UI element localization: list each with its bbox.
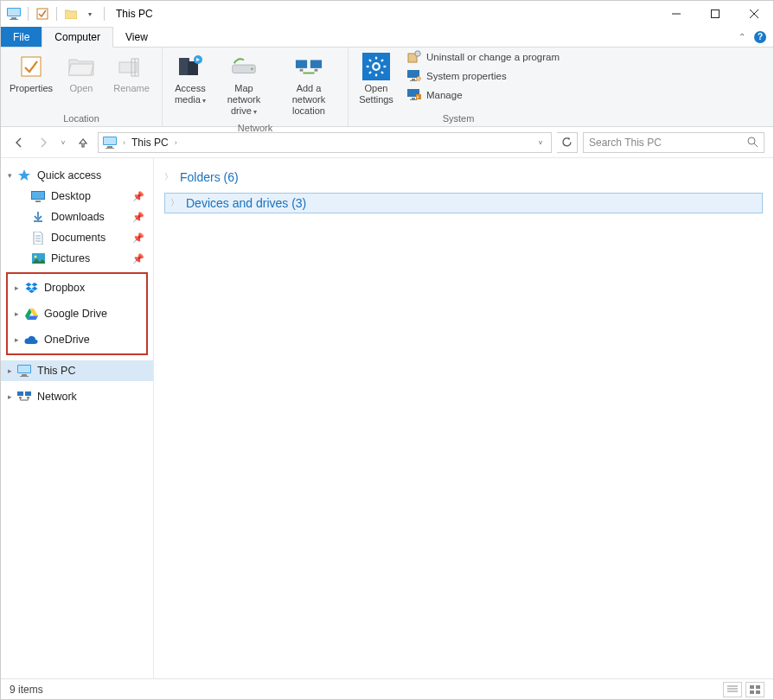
svg-rect-51 xyxy=(35,200,41,202)
nav-dropbox[interactable]: ▸ Dropbox xyxy=(8,277,146,298)
google-drive-icon xyxy=(23,307,39,321)
chevron-right-icon[interactable]: 〉 xyxy=(164,171,173,183)
tab-view[interactable]: View xyxy=(113,27,160,47)
close-button[interactable] xyxy=(734,1,773,27)
svg-rect-73 xyxy=(756,685,760,689)
svg-rect-62 xyxy=(17,391,23,396)
uninstall-icon xyxy=(407,50,421,64)
nav-pictures[interactable]: Pictures 📌 xyxy=(1,248,153,269)
group-devices[interactable]: 〉 Devices and drives (3) xyxy=(164,193,763,213)
svg-rect-74 xyxy=(750,690,754,694)
svg-point-34 xyxy=(415,51,420,56)
refresh-button[interactable] xyxy=(557,132,578,153)
onedrive-icon xyxy=(23,333,39,347)
quick-access-icon xyxy=(16,169,32,182)
nav-network[interactable]: ▸ Network xyxy=(1,386,153,407)
chevron-right-icon[interactable]: ▸ xyxy=(15,309,23,318)
content-pane: 〉 Folders (6) 〉 Devices and drives (3) xyxy=(154,158,773,678)
window-title: This PC xyxy=(116,8,153,20)
help-icon[interactable]: ? xyxy=(754,31,766,43)
recent-locations-button[interactable]: v xyxy=(58,133,68,152)
group-folders[interactable]: 〉 Folders (6) xyxy=(164,167,763,188)
pin-icon: 📌 xyxy=(132,191,144,202)
svg-rect-63 xyxy=(25,391,31,396)
open-button[interactable]: Open xyxy=(56,49,106,98)
svg-rect-61 xyxy=(20,376,29,377)
svg-rect-3 xyxy=(10,19,18,20)
svg-rect-59 xyxy=(18,366,30,372)
svg-rect-18 xyxy=(296,60,307,67)
svg-point-47 xyxy=(748,137,755,144)
svg-rect-36 xyxy=(412,79,415,80)
chevron-down-icon[interactable]: ▾ xyxy=(8,171,16,180)
up-button[interactable] xyxy=(74,133,93,152)
ribbon-group-system: Open Settings Uninstall or change a prog… xyxy=(349,48,568,126)
back-button[interactable] xyxy=(10,133,29,152)
svg-rect-65 xyxy=(27,397,29,398)
tab-file[interactable]: File xyxy=(1,27,42,47)
nav-documents[interactable]: Documents 📌 xyxy=(1,227,153,248)
svg-rect-4 xyxy=(37,9,48,19)
svg-rect-20 xyxy=(300,69,304,72)
open-settings-button[interactable]: Open Settings xyxy=(354,49,399,109)
view-icons-button[interactable] xyxy=(745,682,764,697)
ribbon: Properties Open Rename Location xyxy=(1,48,773,127)
ribbon-group-label: Location xyxy=(6,111,157,126)
view-details-button[interactable] xyxy=(723,682,742,697)
qat-properties-icon[interactable] xyxy=(35,6,50,22)
nav-desktop[interactable]: Desktop 📌 xyxy=(1,186,153,207)
ribbon-collapse-icon[interactable]: ⌃ xyxy=(739,32,745,41)
properties-button[interactable]: Properties xyxy=(6,49,56,98)
svg-rect-41 xyxy=(410,99,417,100)
minimize-button[interactable] xyxy=(656,1,695,27)
tab-computer[interactable]: Computer xyxy=(42,27,113,48)
access-media-icon xyxy=(176,53,204,80)
dropbox-icon xyxy=(23,281,39,295)
svg-rect-50 xyxy=(32,192,44,199)
chevron-right-icon[interactable]: ▸ xyxy=(15,335,23,344)
add-location-button[interactable]: Add a network location xyxy=(275,49,342,120)
chevron-right-icon[interactable]: ▸ xyxy=(8,366,16,375)
svg-rect-72 xyxy=(750,685,754,689)
nav-onedrive[interactable]: ▸ OneDrive xyxy=(8,329,146,350)
access-media-button[interactable]: Access media xyxy=(168,49,213,110)
uninstall-program-button[interactable]: Uninstall or change a program xyxy=(404,49,563,65)
chevron-right-icon[interactable]: ▸ xyxy=(15,283,23,292)
nav-quick-access[interactable]: ▾ Quick access xyxy=(1,165,153,186)
chevron-right-icon[interactable]: ▸ xyxy=(8,392,16,401)
svg-rect-60 xyxy=(22,374,27,376)
qat-dropdown-icon[interactable]: ▾ xyxy=(82,6,98,22)
map-drive-icon xyxy=(230,53,258,80)
address-dropdown-icon[interactable]: v xyxy=(535,138,546,146)
breadcrumb-sep-icon[interactable]: › xyxy=(121,138,127,147)
address-bar[interactable]: › This PC › v xyxy=(98,132,552,153)
properties-icon xyxy=(17,53,45,80)
system-properties-button[interactable]: System properties xyxy=(404,68,563,84)
svg-rect-44 xyxy=(104,137,116,144)
breadcrumb-sep-icon[interactable]: › xyxy=(173,138,179,147)
manage-button[interactable]: Manage xyxy=(404,87,563,103)
rename-button[interactable]: Rename xyxy=(106,49,157,98)
map-drive-button[interactable]: Map network drive xyxy=(213,49,275,121)
svg-rect-42 xyxy=(416,94,421,99)
search-input[interactable]: Search This PC xyxy=(583,132,764,153)
downloads-icon xyxy=(30,210,46,224)
breadcrumb-current[interactable]: This PC xyxy=(129,137,171,149)
qat-newfolder-icon[interactable] xyxy=(63,6,79,22)
svg-point-57 xyxy=(34,256,36,258)
maximize-button[interactable] xyxy=(695,1,734,27)
svg-rect-1 xyxy=(8,9,20,16)
system-properties-icon xyxy=(407,69,421,83)
add-location-icon xyxy=(295,53,323,80)
svg-rect-37 xyxy=(410,80,417,81)
forward-button[interactable] xyxy=(34,133,53,152)
chevron-right-icon[interactable]: 〉 xyxy=(170,197,179,209)
nav-this-pc[interactable]: ▸ This PC xyxy=(1,360,153,381)
nav-google-drive[interactable]: ▸ Google Drive xyxy=(8,303,146,324)
nav-downloads[interactable]: Downloads 📌 xyxy=(1,207,153,227)
settings-gear-icon xyxy=(362,53,390,80)
svg-rect-64 xyxy=(19,397,22,398)
navigation-pane: ▾ Quick access Desktop 📌 Downloads 📌 Doc… xyxy=(1,158,154,678)
svg-rect-6 xyxy=(711,10,719,18)
pin-icon: 📌 xyxy=(132,232,144,244)
